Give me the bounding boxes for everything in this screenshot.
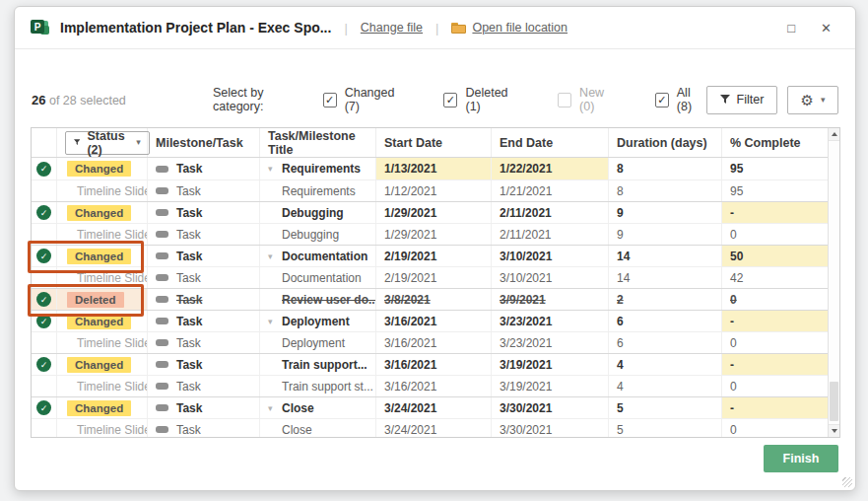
start-date-cell: 3/8/2021 [376,289,492,310]
collapse-caret-icon[interactable]: ▾ [268,251,282,261]
column-header-Status (2): Status (2)▾ [57,128,148,157]
select-by-category-label: Select by category: [213,86,313,113]
collapse-caret-icon[interactable]: ▾ [268,317,282,326]
timeline-slide-label: Timeline Slide [77,271,148,285]
checkbox[interactable] [558,93,571,107]
task-type-label: Task [176,358,202,372]
table-body: ✓ChangedTask▾Requirements1/13/20211/22/2… [32,158,839,437]
milestone-type-cell: Task [148,289,260,310]
timeline-slide-label: Timeline Slide [77,184,148,198]
column-header-Milestone/Task: Milestone/Task [148,128,260,157]
maximize-button[interactable]: □ [787,22,795,35]
row-selected-check-icon[interactable]: ✓ [36,162,51,177]
status-cell: Timeline Slide [57,224,148,245]
status-filter-dropdown[interactable]: Status (2)▾ [65,131,150,155]
task-type-label: Task [176,162,202,176]
task-type-label: Task [176,401,202,415]
percent-complete-cell-value: 50 [730,250,743,263]
table-row-train-support[interactable]: ✓ChangedTaskTrain support...3/16/20213/1… [32,353,839,375]
end-date-cell: 3/23/2021 [492,332,609,353]
column-header-Duration (days): Duration (days) [609,128,722,157]
vertical-scrollbar[interactable] [828,128,839,437]
task-title: Close [282,423,312,437]
task-bar-icon [156,209,168,216]
scroll-down-arrow[interactable] [829,424,839,437]
row-selected-check-icon[interactable]: ✓ [36,292,51,307]
settings-button[interactable]: ⚙ ▾ [787,86,838,114]
title-cell: Deployment [260,332,376,353]
selected-summary: 26 of 28 selected [32,93,213,107]
milestone-type-cell: Task [148,224,260,245]
table-row-documentation[interactable]: Timeline SlideTaskDocumentation2/19/2021… [32,266,839,288]
status-cell: Changed [57,354,148,375]
task-bar-icon [156,274,168,281]
end-date-cell-value: 3/10/2021 [500,250,552,263]
duration-cell-value: 2 [617,293,624,307]
end-date-cell: 3/30/2021 [492,397,609,418]
start-date-cell-value: 1/29/2021 [384,228,436,242]
scrollbar-thumb[interactable] [830,382,838,421]
change-file-link[interactable]: Change file [361,21,423,35]
table-row-deployment[interactable]: ✓ChangedTask▾Deployment3/16/20213/23/202… [32,310,839,331]
row-selected-check-icon[interactable]: ✓ [36,400,51,415]
table-header-row: Status (2)▾Milestone/TaskTask/Milestone … [32,128,839,158]
end-date-cell: 3/9/2021 [492,289,609,310]
end-date-cell: 3/30/2021 [492,419,609,437]
table-row-debugging[interactable]: Timeline SlideTaskDebugging1/29/20212/11… [32,223,839,245]
task-title: Close [282,401,314,415]
open-file-location-link[interactable]: Open file location [451,21,568,35]
task-bar-icon [156,426,168,433]
close-button[interactable]: ✕ [821,22,832,35]
table-row-debugging[interactable]: ✓ChangedTaskDebugging1/29/20212/11/20219… [32,201,839,223]
checkbox[interactable]: ✓ [323,93,337,107]
duration-cell-value: 4 [617,358,624,372]
task-bar-icon [156,361,168,368]
percent-complete-cell: 95 [722,158,830,179]
start-date-cell: 3/16/2021 [376,332,492,353]
column-header-Start Date: Start Date [376,128,492,157]
start-date-cell: 1/29/2021 [376,202,492,223]
table-row-close[interactable]: Timeline SlideTaskClose3/24/20213/30/202… [32,418,839,437]
scroll-up-arrow[interactable] [829,128,839,141]
table-row-documentation[interactable]: ✓ChangedTask▾Documentation2/19/20213/10/… [32,245,839,266]
task-title: Documentation [282,271,362,285]
table-row-requirements[interactable]: ✓ChangedTask▾Requirements1/13/20211/22/2… [32,158,839,179]
table-row-deployment[interactable]: Timeline SlideTaskDeployment3/16/20213/2… [32,331,839,353]
category-checkbox-changed[interactable]: ✓Changed (7) [323,86,409,113]
task-type-label: Task [176,206,202,220]
start-date-cell: 1/12/2021 [376,180,492,201]
checkbox[interactable]: ✓ [443,93,457,107]
duration-cell: 14 [609,246,722,266]
collapse-caret-icon[interactable]: ▾ [268,403,282,413]
table-row-train-support-st[interactable]: Timeline SlideTaskTrain support st...3/1… [32,375,839,396]
checkbox-label: Changed (7) [345,86,409,113]
collapse-caret-icon[interactable]: ▾ [268,164,282,174]
row-selected-check-icon[interactable]: ✓ [36,249,51,263]
start-date-cell: 3/24/2021 [376,397,492,418]
milestone-type-cell: Task [148,311,260,331]
table-row-requirements[interactable]: Timeline SlideTaskRequirements1/12/20211… [32,179,839,201]
title-cell: Debugging [260,202,376,223]
duration-cell: 9 [609,224,722,245]
start-date-cell-value: 2/19/2021 [384,271,436,285]
milestone-type-cell: Task [148,332,260,353]
duration-cell: 4 [609,354,722,375]
percent-complete-cell-value: - [730,206,734,220]
table-row-close[interactable]: ✓ChangedTask▾Close3/24/20213/30/20215- [32,396,839,418]
finish-button[interactable]: Finish [764,445,838,472]
filter-button[interactable]: Filter [706,86,777,114]
category-checkbox-all[interactable]: ✓All (8) [655,86,706,113]
percent-complete-cell: 50 [722,246,830,266]
resize-grip[interactable] [842,477,852,487]
row-selected-check-icon[interactable]: ✓ [36,205,51,220]
status-cell: Timeline Slide [57,332,148,353]
row-selected-check-icon[interactable]: ✓ [36,314,51,328]
row-select-cell [32,419,57,437]
category-checkbox-new[interactable]: New (0) [558,86,620,113]
table-row-review-user-do[interactable]: ✓DeletedTaskReview user do...3/8/20213/9… [32,288,839,310]
category-checkbox-deleted[interactable]: ✓Deleted (1) [443,86,522,113]
task-title: Train support st... [282,380,373,394]
checkbox[interactable]: ✓ [655,93,669,107]
row-selected-check-icon[interactable]: ✓ [36,357,51,372]
duration-cell-value: 5 [617,423,624,437]
